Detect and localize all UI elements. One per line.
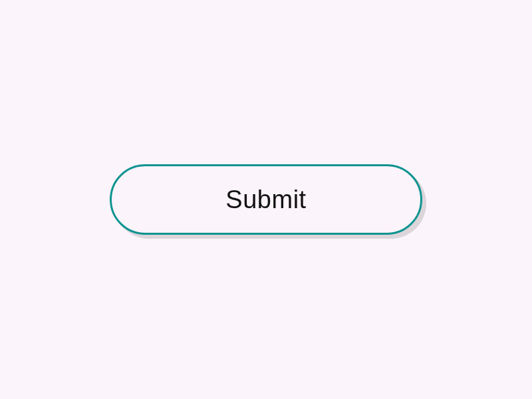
submit-button-label: Submit: [225, 186, 306, 214]
submit-button[interactable]: Submit: [110, 164, 422, 235]
